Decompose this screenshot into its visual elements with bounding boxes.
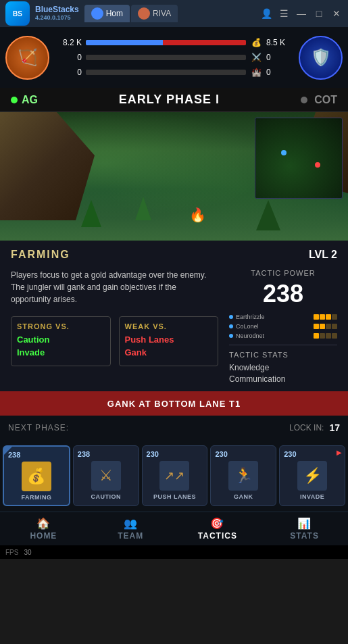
enemy-gold: 8.5 K — [266, 38, 293, 47]
team-left-dot — [11, 97, 18, 103]
tactic-power-value: 238 — [229, 280, 337, 308]
gank-icon: 🏃 — [228, 461, 258, 491]
minimap-player-dot — [281, 150, 287, 155]
alert-bar: GANK AT BOTTOM LANE T1 — [0, 391, 348, 416]
tab-bar: Hom RIVA — [84, 5, 255, 22]
maximize-button[interactable]: □ — [313, 8, 325, 19]
invade-number: 230 — [282, 450, 296, 458]
gold-bar — [86, 40, 246, 45]
cliff-left — [0, 112, 95, 220]
app-version: 4.240.0.1075 — [35, 15, 79, 22]
tab-home[interactable]: Hom — [84, 5, 130, 22]
enemy-avatar: 🛡️ — [299, 36, 343, 80]
invade-arrow: ▶ — [337, 449, 342, 456]
app-name: BlueStacks — [35, 5, 79, 14]
alert-text: GANK AT BOTTOM LANE T1 — [107, 399, 241, 409]
tab-riva[interactable]: RIVA — [131, 5, 178, 22]
player-1-name: Earthrizzle — [236, 314, 311, 320]
weak-item-2: Gank — [125, 347, 213, 357]
caution-number: 238 — [76, 450, 90, 458]
tab-riva-label: RIVA — [153, 9, 171, 18]
tree-2 — [135, 197, 151, 220]
tab-home-label: Hom — [106, 9, 123, 18]
phase-bar: AG EARLY PHASE I COT — [0, 88, 348, 112]
player-row-1: Earthrizzle — [229, 314, 337, 320]
tactic-cards: 238 💰 FARMING 238 ⚔ CAUTION 230 ↗↗ PUSH … — [0, 440, 348, 512]
info-card-body: Players focus to get a gold advantage ov… — [11, 269, 337, 386]
lock-in-section: LOCK IN: 17 — [289, 422, 340, 433]
nav-tactics[interactable]: 🎯 TACTICS — [174, 512, 262, 545]
player-1-stars — [314, 314, 337, 320]
nav-stats[interactable]: 📊 STATS — [261, 512, 348, 545]
team-right-label: COT — [314, 94, 337, 105]
close-button[interactable]: ✕ — [330, 8, 343, 19]
farming-label: FARMING — [21, 494, 51, 501]
game-topbar: 🏹 8.2 K 💰 8.5 K 0 ⚔️ 0 0 � — [0, 27, 348, 88]
gold-icon: 💰 — [250, 36, 262, 49]
menu-icon[interactable]: ☰ — [278, 8, 290, 19]
nav-team[interactable]: 👥 TEAM — [87, 512, 174, 545]
info-card-title: FARMING — [11, 249, 70, 261]
strong-item-1: Caution — [17, 335, 105, 345]
home-nav-label: HOME — [30, 531, 57, 541]
tactics-nav-icon: 🎯 — [210, 517, 224, 530]
next-phase-header: NEXT PHASE: LOCK IN: 17 — [0, 416, 348, 440]
bluestacks-logo: BS — [5, 1, 30, 26]
strong-vs-label: STRONG VS. — [17, 322, 105, 330]
tactic-card-push-lanes[interactable]: 230 ↗↗ PUSH LANES — [142, 445, 208, 506]
player-2-dot — [229, 324, 233, 328]
tab-riva-icon — [138, 7, 150, 20]
strong-vs-box: STRONG VS. Caution Invade — [11, 316, 111, 366]
player-row-3: Neurodnet — [229, 332, 337, 339]
bottom-nav: 🏠 HOME 👥 TEAM 🎯 TACTICS 📊 STATS — [0, 512, 348, 545]
farming-icon: 💰 — [22, 462, 51, 491]
caution-icon: ⚔ — [91, 461, 121, 491]
player-3-name: Neurodnet — [236, 332, 311, 339]
player-kills: 0 — [55, 53, 82, 62]
tower-bar — [86, 70, 246, 75]
active-indicator — [4, 447, 12, 455]
info-card-header: FARMING LVL 2 — [11, 249, 337, 261]
team-left: AG — [11, 94, 38, 106]
info-card-right: TACTIC POWER 238 Earthrizzle CoLonel — [229, 269, 337, 386]
next-phase-label: NEXT PHASE: — [8, 423, 69, 432]
lock-in-value: 17 — [329, 422, 340, 433]
team-right-dot — [301, 97, 307, 103]
stats-nav-icon: 📊 — [297, 517, 312, 530]
strong-item-2: Invade — [17, 347, 105, 357]
profile-icon[interactable]: 👤 — [260, 8, 272, 19]
stats-nav-label: STATS — [290, 531, 319, 541]
fps-label: FPS — [5, 549, 18, 556]
player-gold: 8.2 K — [55, 38, 82, 47]
window-controls: 👤 ☰ — □ ✕ — [260, 8, 343, 19]
tactic-stats-label: TACTIC STATS — [229, 351, 337, 359]
invade-label: INVADE — [300, 493, 324, 500]
tactic-card-invade[interactable]: ▶ 230 ⚡ INVADE — [279, 445, 345, 506]
tactic-stat-2: Communication — [229, 374, 337, 384]
tactic-card-caution[interactable]: 238 ⚔ CAUTION — [73, 445, 139, 506]
tactic-card-gank[interactable]: 230 🏃 GANK — [210, 445, 276, 506]
minimize-button[interactable]: — — [295, 8, 307, 19]
team-nav-icon: 👥 — [124, 517, 138, 530]
vs-section: STRONG VS. Caution Invade WEAK VS. Push … — [11, 316, 218, 366]
team-left-label: AG — [22, 94, 38, 106]
weak-item-1: Push Lanes — [125, 335, 213, 345]
player-3-dot — [229, 334, 233, 338]
kill-stat-row: 0 ⚔️ 0 — [55, 51, 293, 64]
nav-home[interactable]: 🏠 HOME — [0, 512, 87, 545]
lock-in-label: LOCK IN: — [289, 423, 324, 432]
info-card-level: LVL 2 — [309, 249, 337, 261]
info-section: FARMING LVL 2 Players focus to get a gol… — [0, 241, 348, 391]
enemy-kills: 0 — [266, 53, 293, 62]
player-3-stars — [314, 333, 337, 339]
titlebar: BS BlueStacks 4.240.0.1075 Hom RIVA 👤 ☰ … — [0, 0, 348, 27]
phase-title: EARLY PHASE I — [38, 93, 301, 107]
player-2-stars — [314, 324, 337, 329]
kill-bar — [86, 55, 246, 60]
player-towers: 0 — [55, 68, 82, 77]
tower-icon: 🏰 — [250, 66, 262, 78]
push-lanes-number: 230 — [145, 450, 159, 458]
tactic-card-farming[interactable]: 238 💰 FARMING — [3, 445, 70, 506]
gold-stat-row: 8.2 K 💰 8.5 K — [55, 36, 293, 49]
game-scene — [0, 112, 348, 241]
